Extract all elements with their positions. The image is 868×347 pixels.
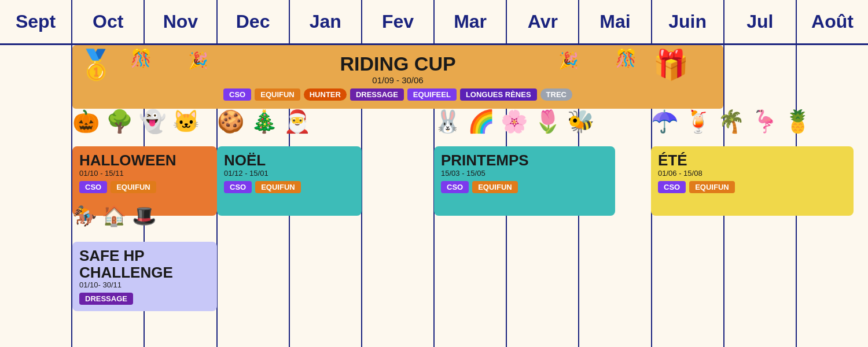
gift-icon: 🎁 bbox=[653, 48, 689, 82]
tag-dressage: DRESSAGE bbox=[350, 88, 404, 101]
halloween-tag-cso: CSO bbox=[79, 181, 107, 193]
month-juin: Juin bbox=[652, 0, 724, 43]
riding-cup-tags: CSO EQUIFUN HUNTER DRESSAGE EQUIFEEL LON… bbox=[223, 88, 572, 101]
safehp-tags: DRESSAGE bbox=[79, 293, 210, 305]
tag-equifun: EQUIFUN bbox=[255, 88, 300, 101]
month-nov: Nov bbox=[145, 0, 217, 43]
party-right-icon: 🎉 bbox=[558, 51, 579, 70]
tag-cso: CSO bbox=[223, 88, 251, 101]
ete-tag-equifun: EQUIFUN bbox=[689, 181, 735, 193]
ete-title: ÉTÉ bbox=[658, 152, 847, 169]
ete-card: ☂️ 🍹 🌴 🦩 🍍 ÉTÉ 01/06 - 15/08 CSO EQUIFUN bbox=[651, 146, 854, 216]
grid-col-sept bbox=[0, 45, 72, 347]
month-jan: Jan bbox=[290, 0, 362, 43]
ete-dates: 01/06 - 15/08 bbox=[658, 169, 847, 178]
printemps-card: 🐰 🌈 🌸 🌷 🐝 PRINTEMPS 15/03 - 15/05 CSO EQ… bbox=[434, 146, 615, 216]
printemps-title: PRINTEMPS bbox=[441, 152, 608, 169]
ete-deco: ☂️ 🍹 🌴 🦩 🍍 bbox=[651, 109, 811, 134]
party-left-icon: 🎉 bbox=[188, 51, 208, 70]
month-avr: Avr bbox=[507, 0, 579, 43]
confetti-right-icon: 🎊 bbox=[615, 48, 637, 68]
month-oct: Oct bbox=[72, 0, 145, 43]
month-mar: Mar bbox=[435, 0, 507, 43]
month-dec: Dec bbox=[218, 0, 290, 43]
halloween-tag-equifun: EQUIFUN bbox=[111, 181, 156, 193]
halloween-tags: CSO EQUIFUN bbox=[79, 181, 210, 193]
month-aout: Août bbox=[797, 0, 868, 43]
halloween-title: HALLOWEEN bbox=[79, 152, 210, 169]
noel-deco: 🍪 🎄 🎅 bbox=[217, 109, 311, 134]
printemps-tags: CSO EQUIFUN bbox=[441, 181, 608, 193]
halloween-deco: 🎃 🌳 👻 🐱 bbox=[72, 109, 200, 134]
noel-tag-cso: CSO bbox=[224, 181, 252, 193]
noel-tags: CSO EQUIFUN bbox=[224, 181, 355, 193]
ete-tag-cso: CSO bbox=[658, 181, 686, 193]
printemps-tag-equifun: EQUIFUN bbox=[472, 181, 518, 193]
riding-cup-banner: 🥇 🎊 🎉 🎉 🎊 🎁 RIDING CUP 01/09 - 30/06 CSO… bbox=[72, 45, 723, 109]
header-row: Sept Oct Nov Dec Jan Fev Mar Avr Mai Jui… bbox=[0, 0, 868, 45]
noel-tag-equifun: EQUIFUN bbox=[255, 181, 301, 193]
month-sept: Sept bbox=[0, 0, 72, 43]
confetti-left-icon: 🎊 bbox=[130, 48, 152, 68]
safehp-tag-dressage: DRESSAGE bbox=[79, 293, 133, 305]
ete-tags: CSO EQUIFUN bbox=[658, 181, 847, 193]
tag-longues-renes: LONGUES RÈNES bbox=[460, 88, 537, 101]
noel-title: NOËL bbox=[224, 152, 355, 169]
noel-dates: 01/12 - 15/01 bbox=[224, 169, 355, 178]
safehp-card: 🏇 🏠 🎩 SAFE HP CHALLENGE 01/10- 30/11 DRE… bbox=[72, 242, 217, 311]
medal-icon: 🥇 bbox=[78, 48, 114, 82]
printemps-tag-cso: CSO bbox=[441, 181, 469, 193]
riding-cup-title: RIDING CUP bbox=[340, 53, 455, 75]
printemps-deco: 🐰 🌈 🌸 🌷 🐝 bbox=[434, 109, 594, 134]
tag-equifeel: EQUIFEEL bbox=[407, 88, 457, 101]
safehp-deco: 🏇 🏠 🎩 bbox=[72, 204, 156, 227]
tag-trec: TREC bbox=[540, 88, 572, 101]
riding-cup-dates: 01/09 - 30/06 bbox=[372, 75, 423, 85]
month-jul: Jul bbox=[724, 0, 797, 43]
content-area: 🥇 🎊 🎉 🎉 🎊 🎁 RIDING CUP 01/09 - 30/06 CSO… bbox=[0, 45, 868, 347]
tag-hunter: HUNTER bbox=[304, 88, 347, 101]
noel-card: 🍪 🎄 🎅 NOËL 01/12 - 15/01 CSO EQUIFUN bbox=[217, 146, 362, 216]
month-fev: Fev bbox=[362, 0, 435, 43]
calendar: Sept Oct Nov Dec Jan Fev Mar Avr Mai Jui… bbox=[0, 0, 868, 347]
month-mai: Mai bbox=[579, 0, 652, 43]
halloween-dates: 01/10 - 15/11 bbox=[79, 169, 210, 178]
printemps-dates: 15/03 - 15/05 bbox=[441, 169, 608, 178]
safehp-title: SAFE HP CHALLENGE bbox=[79, 248, 210, 280]
safehp-dates: 01/10- 30/11 bbox=[79, 280, 210, 289]
